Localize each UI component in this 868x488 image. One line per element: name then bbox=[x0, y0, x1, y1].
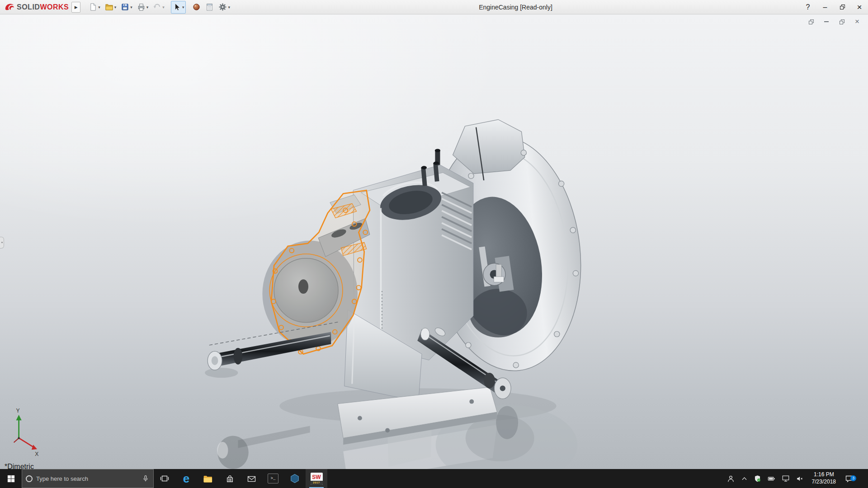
network-icon bbox=[782, 474, 790, 483]
edit-appearance-button[interactable] bbox=[190, 1, 203, 14]
options-gear-button[interactable]: ▾ bbox=[217, 1, 232, 14]
command-prompt-button[interactable]: >_ bbox=[262, 469, 284, 488]
select-cursor-icon bbox=[173, 3, 181, 11]
print-button[interactable]: ▾ bbox=[135, 1, 151, 14]
titlebar: SOLIDWORKS ▶ ▾ ▾ ▾ bbox=[0, 0, 868, 14]
system-tray: 1:16 PM 7/23/2018 3 bbox=[723, 469, 868, 488]
hidden-icons-button[interactable] bbox=[741, 475, 748, 482]
hexagon-app-icon bbox=[290, 474, 300, 483]
microphone-icon[interactable] bbox=[142, 474, 150, 483]
new-document-button[interactable]: ▾ bbox=[87, 1, 102, 14]
view-orientation-label: *Dimetric bbox=[5, 463, 34, 469]
store-button[interactable] bbox=[219, 469, 241, 488]
solidworks-wordmark: SOLIDWORKS bbox=[17, 3, 69, 11]
restore-icon bbox=[840, 19, 844, 24]
undo-button[interactable]: ▾ bbox=[151, 1, 166, 14]
sheet-icon bbox=[205, 3, 214, 11]
minimize-icon bbox=[824, 21, 829, 22]
print-icon bbox=[137, 3, 146, 11]
task-view-button[interactable] bbox=[154, 469, 175, 488]
action-center-button[interactable]: 3 bbox=[844, 474, 855, 483]
document-title: EngineCasing [Read-only] bbox=[232, 4, 799, 11]
notification-badge: 3 bbox=[850, 475, 856, 481]
command-prompt-icon: >_ bbox=[268, 474, 278, 483]
select-tool-button[interactable]: ▾ bbox=[171, 1, 186, 14]
clock-date: 7/23/2018 bbox=[812, 479, 836, 486]
doc-minimize-button[interactable] bbox=[823, 18, 830, 25]
triad-x-label: X bbox=[35, 451, 38, 457]
close-button[interactable]: × bbox=[851, 0, 868, 14]
save-button[interactable]: ▾ bbox=[119, 1, 134, 14]
defender-button[interactable] bbox=[754, 475, 761, 483]
new-document-icon bbox=[89, 3, 97, 11]
battery-icon bbox=[767, 475, 776, 483]
store-icon bbox=[225, 474, 235, 483]
solidworks-logo: SOLIDWORKS bbox=[0, 3, 71, 12]
solidworks-taskbar-button[interactable]: SW 2017 bbox=[306, 469, 327, 488]
clock-time: 1:16 PM bbox=[812, 471, 836, 479]
options-sheet-button[interactable] bbox=[203, 1, 216, 14]
window-controls: ? – × bbox=[799, 0, 868, 14]
restore-icon bbox=[840, 5, 845, 9]
defender-shield-icon bbox=[754, 475, 761, 483]
graphics-viewport[interactable]: Y X × *Dimetric bbox=[0, 14, 868, 469]
solidworks-app-icon: SW 2017 bbox=[311, 473, 323, 485]
windows-taskbar: e >_ SW 2017 bbox=[0, 469, 868, 488]
minimize-button[interactable]: – bbox=[816, 0, 834, 14]
people-button[interactable] bbox=[726, 474, 735, 483]
orientation-triad: Y X bbox=[14, 408, 39, 457]
doc-restore-button[interactable] bbox=[838, 18, 845, 25]
gear-icon bbox=[218, 3, 227, 11]
triad-y-label: Y bbox=[16, 408, 20, 414]
chevron-up-icon bbox=[741, 475, 748, 482]
volume-button[interactable] bbox=[796, 475, 804, 483]
taskbar-search[interactable] bbox=[22, 469, 154, 488]
cortana-icon bbox=[26, 475, 33, 482]
cascade-icon bbox=[809, 19, 814, 24]
windows-logo-icon bbox=[7, 475, 15, 483]
maximize-restore-button[interactable] bbox=[834, 0, 851, 14]
taskbar-clock[interactable]: 1:16 PM 7/23/2018 bbox=[810, 471, 838, 485]
save-icon bbox=[121, 3, 129, 11]
open-button[interactable]: ▾ bbox=[103, 1, 118, 14]
network-button[interactable] bbox=[782, 474, 790, 483]
mail-icon bbox=[247, 474, 256, 483]
start-button[interactable] bbox=[0, 469, 22, 488]
search-input[interactable] bbox=[36, 475, 138, 482]
main-toolbar: ▾ ▾ ▾ ▾ ▾ bbox=[87, 1, 232, 14]
engine-casing-model: Y X bbox=[0, 14, 868, 469]
undo-icon bbox=[153, 3, 161, 11]
battery-button[interactable] bbox=[767, 475, 776, 483]
mail-button[interactable] bbox=[241, 469, 262, 488]
edge-button[interactable]: e bbox=[175, 469, 197, 488]
solidworks-logo-icon bbox=[5, 3, 14, 12]
hexagon-app-button[interactable] bbox=[284, 469, 306, 488]
document-window-controls: × bbox=[807, 18, 861, 25]
volume-muted-icon bbox=[796, 475, 804, 483]
appearance-sphere-icon bbox=[192, 3, 201, 11]
file-explorer-button[interactable] bbox=[197, 469, 219, 488]
doc-cascade-button[interactable] bbox=[807, 18, 815, 25]
file-explorer-icon bbox=[203, 474, 213, 483]
task-view-icon bbox=[160, 474, 169, 483]
help-button[interactable]: ? bbox=[799, 0, 816, 14]
doc-close-button[interactable]: × bbox=[854, 18, 861, 25]
feature-tree-collapse-handle[interactable] bbox=[0, 237, 4, 249]
menu-flyout-button[interactable]: ▶ bbox=[71, 2, 80, 13]
open-folder-icon bbox=[105, 3, 113, 11]
edge-icon: e bbox=[183, 473, 189, 484]
people-icon bbox=[726, 474, 735, 483]
